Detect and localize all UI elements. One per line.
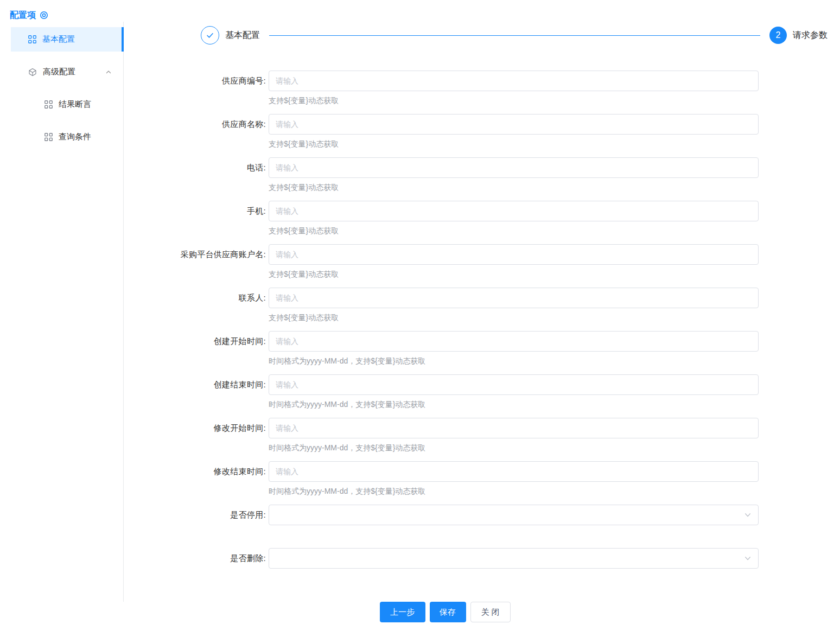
chevron-down-icon xyxy=(743,511,752,519)
form-item-is-disabled: 是否停用: xyxy=(124,505,840,525)
request-params-form: 供应商编号:支持${变量}动态获取供应商名称:支持${变量}动态获取电话:支持$… xyxy=(124,71,840,569)
sidebar-item-label: 查询条件 xyxy=(59,132,91,142)
main-panel: 基本配置 2 请求参数 供应商编号:支持${变量}动态获取供应商名称:支持${变… xyxy=(124,0,840,591)
field-hint: 时间格式为yyyy-MM-dd，支持${变量}动态获取 xyxy=(269,443,759,453)
field-hint: 支持${变量}动态获取 xyxy=(269,95,759,106)
sidebar-item-basic-config[interactable]: 基本配置 xyxy=(11,27,124,52)
form-item-create-start-time: 创建开始时间:时间格式为yyyy-MM-dd，支持${变量}动态获取 xyxy=(124,331,840,366)
create-start-time-input[interactable] xyxy=(269,331,759,352)
is-disabled-select[interactable] xyxy=(269,505,759,525)
sidebar-menu: 基本配置高级配置结果断言查询条件 xyxy=(0,27,124,149)
sidebar-item-label: 结果断言 xyxy=(59,99,91,110)
step-1-check-icon xyxy=(201,26,219,44)
mobile-input[interactable] xyxy=(269,201,759,221)
form-item-modify-end-time: 修改结束时间:时间格式为yyyy-MM-dd，支持${变量}动态获取 xyxy=(124,461,840,496)
form-item-modify-start-time: 修改开始时间:时间格式为yyyy-MM-dd，支持${变量}动态获取 xyxy=(124,418,840,453)
field-label: 是否删除: xyxy=(124,548,266,569)
form-item-contact: 联系人:支持${变量}动态获取 xyxy=(124,288,840,323)
field-hint: 支持${变量}动态获取 xyxy=(269,269,759,279)
step-connector-line xyxy=(269,35,760,36)
field-hint: 支持${变量}动态获取 xyxy=(269,182,759,193)
field-hint: 时间格式为yyyy-MM-dd，支持${变量}动态获取 xyxy=(269,486,759,496)
sidebar-item-query-condition[interactable]: 查询条件 xyxy=(11,125,124,149)
field-control: 时间格式为yyyy-MM-dd，支持${变量}动态获取 xyxy=(269,374,759,410)
sidebar: 配置项 基本配置高级配置结果断言查询条件 xyxy=(0,0,124,602)
purchase-account-input[interactable] xyxy=(269,244,759,265)
cube-icon xyxy=(28,68,37,77)
field-label: 联系人: xyxy=(124,288,266,308)
phone-input[interactable] xyxy=(269,157,759,178)
sidebar-title-label: 配置项 xyxy=(10,10,36,21)
grid-icon xyxy=(44,133,53,141)
step-1-title: 基本配置 xyxy=(225,30,260,41)
modify-end-time-input[interactable] xyxy=(269,461,759,482)
field-label: 是否停用: xyxy=(124,505,266,525)
field-control: 时间格式为yyyy-MM-dd，支持${变量}动态获取 xyxy=(269,331,759,366)
footer-bar: 上一步 保存 关 闭 xyxy=(0,602,840,622)
modify-start-time-input[interactable] xyxy=(269,418,759,438)
grid-icon xyxy=(44,100,53,109)
field-control xyxy=(269,548,759,569)
is-deleted-select[interactable] xyxy=(269,548,759,569)
sidebar-item-advanced-config[interactable]: 高级配置 xyxy=(11,60,124,84)
field-control: 支持${变量}动态获取 xyxy=(269,157,759,193)
form-item-create-end-time: 创建结束时间:时间格式为yyyy-MM-dd，支持${变量}动态获取 xyxy=(124,374,840,410)
form-item-is-deleted: 是否删除: xyxy=(124,548,840,569)
field-hint: 时间格式为yyyy-MM-dd，支持${变量}动态获取 xyxy=(269,399,759,410)
save-button[interactable]: 保存 xyxy=(430,602,466,622)
create-end-time-input[interactable] xyxy=(269,374,759,395)
sidebar-title: 配置项 xyxy=(0,0,124,22)
supplier-name-input[interactable] xyxy=(269,114,759,135)
close-button[interactable]: 关 闭 xyxy=(470,602,511,622)
field-label: 创建开始时间: xyxy=(124,331,266,352)
contact-input[interactable] xyxy=(269,288,759,308)
grid-icon xyxy=(28,35,36,43)
field-control: 时间格式为yyyy-MM-dd，支持${变量}动态获取 xyxy=(269,418,759,453)
field-label: 手机: xyxy=(124,201,266,221)
footer-buttons: 上一步 保存 关 闭 xyxy=(380,602,511,622)
field-label: 修改开始时间: xyxy=(124,418,266,438)
field-hint: 支持${变量}动态获取 xyxy=(269,313,759,323)
field-label: 供应商名称: xyxy=(124,114,266,135)
prev-step-button[interactable]: 上一步 xyxy=(380,602,425,622)
target-icon xyxy=(40,11,48,20)
form-item-supplier-name: 供应商名称:支持${变量}动态获取 xyxy=(124,114,840,149)
field-control: 时间格式为yyyy-MM-dd，支持${变量}动态获取 xyxy=(269,461,759,496)
field-control xyxy=(269,505,759,525)
field-hint: 支持${变量}动态获取 xyxy=(269,226,759,236)
step-2-icon: 2 xyxy=(769,27,787,44)
sidebar-item-label: 高级配置 xyxy=(43,67,75,77)
field-control: 支持${变量}动态获取 xyxy=(269,244,759,279)
form-item-mobile: 手机:支持${变量}动态获取 xyxy=(124,201,840,236)
chevron-up-icon xyxy=(105,69,112,75)
field-label: 供应商编号: xyxy=(124,71,266,91)
field-control: 支持${变量}动态获取 xyxy=(269,114,759,149)
form-item-supplier-code: 供应商编号:支持${变量}动态获取 xyxy=(124,71,840,106)
field-control: 支持${变量}动态获取 xyxy=(269,71,759,106)
field-control: 支持${变量}动态获取 xyxy=(269,288,759,323)
field-control: 支持${变量}动态获取 xyxy=(269,201,759,236)
supplier-code-input[interactable] xyxy=(269,71,759,91)
field-hint: 支持${变量}动态获取 xyxy=(269,139,759,149)
field-label: 创建结束时间: xyxy=(124,374,266,395)
field-label: 电话: xyxy=(124,157,266,178)
sidebar-item-label: 基本配置 xyxy=(42,34,75,44)
field-label: 修改结束时间: xyxy=(124,461,266,482)
field-hint: 时间格式为yyyy-MM-dd，支持${变量}动态获取 xyxy=(269,356,759,366)
field-label: 采购平台供应商账户名: xyxy=(124,244,266,265)
chevron-down-icon xyxy=(743,554,752,563)
form-item-phone: 电话:支持${变量}动态获取 xyxy=(124,157,840,193)
form-item-purchase-account: 采购平台供应商账户名:支持${变量}动态获取 xyxy=(124,244,840,279)
step-2-title: 请求参数 xyxy=(793,30,828,41)
sidebar-item-result-assertion[interactable]: 结果断言 xyxy=(11,92,124,117)
steps-bar: 基本配置 2 请求参数 xyxy=(201,26,828,44)
